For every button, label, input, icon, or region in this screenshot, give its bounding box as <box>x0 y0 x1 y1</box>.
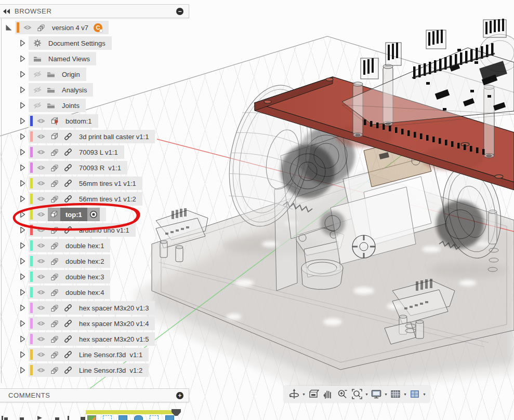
expand-arrow-icon[interactable] <box>18 319 27 328</box>
timeline-skip-start-icon[interactable] <box>4 417 8 420</box>
zoom-icon[interactable] <box>336 387 349 401</box>
expand-arrow-icon[interactable] <box>18 241 27 250</box>
timeline-play-icon[interactable] <box>37 416 42 420</box>
visibility-eye-icon[interactable] <box>34 147 48 157</box>
tree-item-label[interactable]: hex spacer M3x20 v1:3 <box>75 304 149 312</box>
tree-item-document-settings[interactable]: Document Settings <box>0 35 155 51</box>
tree-item-ball-caster[interactable]: 3d print ball caster v1:1 <box>0 129 155 144</box>
tree-item-label[interactable]: Analysis <box>58 86 87 94</box>
tree-item-label[interactable]: hex spacer M3x20 v1:5 <box>75 335 149 343</box>
pan-icon[interactable] <box>321 387 335 401</box>
tree-item-named-views[interactable]: Named Views <box>0 51 155 66</box>
tree-item-label[interactable]: 56mm tires v1 v1:2 <box>75 195 136 203</box>
tree-item-line-sensor-2[interactable]: Line Sensor.f3d v1:2 <box>0 362 155 378</box>
tree-item-bottom[interactable]: bottom:1 <box>0 113 155 129</box>
tree-item-label[interactable]: double hex:1 <box>61 242 104 250</box>
tree-item-origin[interactable]: Origin <box>0 66 155 82</box>
fit-icon[interactable] <box>350 387 364 401</box>
tree-item-hex-spacer-5[interactable]: hex spacer M3x20 v1:5 <box>0 331 155 347</box>
tree-item-label[interactable]: Joints <box>58 102 80 110</box>
expand-arrow-icon[interactable] <box>18 365 27 375</box>
tree-item-analysis[interactable]: Analysis <box>0 82 155 98</box>
visibility-eye-icon[interactable] <box>34 240 48 251</box>
tree-item-label[interactable]: 56mm tires v1 v1:1 <box>75 180 136 187</box>
tree-item-double-hex-2[interactable]: double hex:2 <box>0 253 155 269</box>
tree-item-label[interactable]: Line Sensor.f3d v1:2 <box>75 367 142 374</box>
expand-arrow-icon[interactable] <box>18 132 27 141</box>
visibility-eye-icon[interactable] <box>34 272 48 282</box>
visibility-eye-off-icon[interactable] <box>31 69 44 79</box>
visibility-eye-off-icon[interactable] <box>31 100 44 111</box>
timeline-skip-start-icon[interactable] <box>2 416 3 420</box>
expand-arrow-icon[interactable] <box>18 101 27 110</box>
plus-circle-icon[interactable]: + <box>176 392 183 399</box>
tree-item-label[interactable]: Document Settings <box>44 39 106 47</box>
visibility-eye-off-icon[interactable] <box>31 85 44 95</box>
tree-item-label[interactable]: bottom:1 <box>61 117 92 125</box>
expand-arrow-icon[interactable] <box>18 272 27 281</box>
timeline-marker[interactable] <box>81 417 85 420</box>
tree-item-label[interactable]: 3d print ball caster v1:1 <box>75 133 149 141</box>
tree-item-line-sensor-1[interactable]: Line Sensor.f3d v1:1 <box>0 347 155 362</box>
tree-item-label[interactable]: 70093 L v1:1 <box>75 148 118 156</box>
tree-item-hex-spacer-4[interactable]: hex spacer M3x20 v1:4 <box>0 316 155 331</box>
visibility-eye-icon[interactable] <box>21 22 34 33</box>
visibility-eye-icon[interactable] <box>34 349 48 360</box>
timeline-sketch-feature-icon[interactable] <box>87 415 96 420</box>
minus-circle-icon[interactable]: − <box>176 8 183 15</box>
visibility-eye-icon[interactable] <box>34 116 48 126</box>
tree-item-label[interactable]: Line Sensor.f3d v1:1 <box>75 351 142 359</box>
expand-arrow-icon[interactable] <box>18 350 27 359</box>
timeline-step-forward-icon[interactable] <box>55 417 59 420</box>
expand-arrow-icon[interactable] <box>18 147 27 157</box>
visibility-eye-icon[interactable] <box>34 318 48 329</box>
tree-item-label[interactable]: hex spacer M3x20 v1:4 <box>75 320 149 328</box>
browser-panel-header[interactable]: BROWSER − <box>0 4 189 18</box>
visibility-eye-icon[interactable] <box>34 365 48 375</box>
tree-item-label[interactable]: double hex:2 <box>61 258 104 265</box>
expand-arrow-icon[interactable] <box>18 54 27 63</box>
comments-panel-header[interactable]: COMMENTS + <box>0 388 189 402</box>
timeline-step-back-icon[interactable] <box>20 417 24 420</box>
fit-dropdown-caret[interactable]: ▾ <box>364 392 369 397</box>
timeline-feature-filter-icon[interactable] <box>165 415 174 420</box>
collapse-arrow-icon[interactable] <box>4 23 14 32</box>
visibility-eye-icon[interactable] <box>34 303 48 313</box>
timeline-group-bar[interactable] <box>86 410 173 414</box>
expand-arrow-icon[interactable] <box>18 334 27 344</box>
grid-settings-icon[interactable] <box>389 387 402 401</box>
tree-item-double-hex-4[interactable]: double hex:4 <box>0 284 155 300</box>
look-at-icon[interactable] <box>307 387 320 401</box>
tree-item-label[interactable]: version 4 v7 <box>48 24 88 32</box>
visibility-eye-icon[interactable] <box>34 334 48 344</box>
tree-item-56mm-tires-1[interactable]: 56mm tires v1 v1:1 <box>0 175 155 191</box>
timeline-selection-set-icon[interactable] <box>103 415 112 420</box>
tree-item-double-hex-1[interactable]: double hex:1 <box>0 238 155 253</box>
timeline-skip-end-icon[interactable] <box>68 416 69 420</box>
timeline-selection-set-icon[interactable] <box>150 415 159 420</box>
visibility-eye-icon[interactable] <box>34 287 48 297</box>
tree-item-double-hex-3[interactable]: double hex:3 <box>0 269 155 284</box>
expand-arrow-icon[interactable] <box>18 256 27 266</box>
expand-arrow-icon[interactable] <box>18 38 27 48</box>
orbit-icon[interactable] <box>287 387 301 401</box>
visibility-eye-icon[interactable] <box>34 256 48 266</box>
visibility-eye-icon[interactable] <box>34 178 48 188</box>
viewports-icon[interactable] <box>408 387 421 401</box>
display-settings-dropdown-caret[interactable]: ▾ <box>384 392 388 397</box>
tree-item-label[interactable]: double hex:3 <box>61 273 104 281</box>
expand-arrow-icon[interactable] <box>18 288 27 297</box>
tree-item-70093-r[interactable]: 70093 R v1:1 <box>0 160 155 175</box>
expand-arrow-icon[interactable] <box>18 85 27 94</box>
display-settings-icon[interactable] <box>370 387 383 401</box>
tree-item-version[interactable]: version 4 v7 C <box>0 20 155 35</box>
expand-arrow-icon[interactable] <box>18 303 27 313</box>
right-wheel-hub[interactable] <box>436 200 484 248</box>
tree-item-70093-l[interactable]: 70093 L v1:1 <box>0 144 155 160</box>
tree-item-label[interactable]: Named Views <box>44 55 90 63</box>
expand-arrow-icon[interactable] <box>18 179 27 188</box>
timeline-feature-icon[interactable] <box>118 415 127 420</box>
orbit-dropdown-caret[interactable]: ▾ <box>301 392 306 397</box>
tree-item-label[interactable]: 70093 R v1:1 <box>75 164 121 172</box>
visibility-eye-icon[interactable] <box>34 162 48 173</box>
